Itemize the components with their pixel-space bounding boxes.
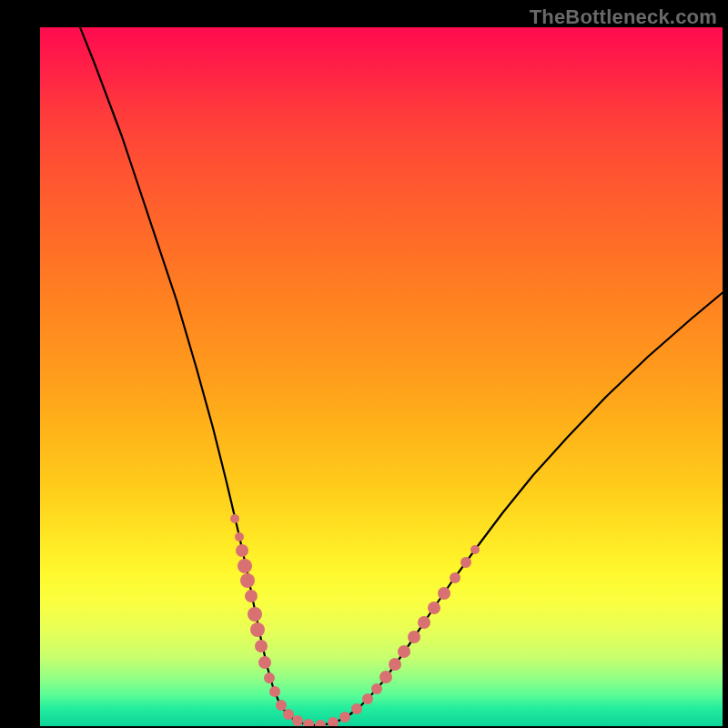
data-point — [240, 573, 255, 588]
data-point — [470, 545, 480, 554]
data-point — [283, 709, 294, 720]
data-point — [408, 631, 420, 643]
data-points — [230, 514, 480, 726]
data-point — [292, 715, 303, 726]
data-point — [418, 616, 430, 629]
data-point — [328, 717, 339, 726]
data-point — [460, 557, 471, 568]
data-point — [255, 640, 268, 652]
data-point — [398, 645, 410, 658]
data-point — [428, 602, 440, 614]
data-point — [238, 559, 252, 573]
data-point — [450, 572, 460, 583]
data-point — [250, 622, 265, 637]
data-point — [248, 607, 262, 622]
data-point — [230, 514, 239, 523]
data-point — [236, 544, 248, 557]
watermark-text: TheBottleneck.com — [530, 5, 717, 29]
data-point — [389, 658, 401, 671]
gradient-plot-area — [40, 27, 723, 726]
data-point — [269, 686, 280, 697]
data-point — [362, 693, 373, 704]
chart-root: TheBottleneck.com — [0, 0, 728, 728]
bottleneck-curve — [40, 27, 723, 726]
data-point — [258, 656, 271, 669]
data-point — [235, 532, 244, 541]
data-point — [276, 700, 287, 711]
data-point — [264, 672, 275, 683]
data-point — [379, 671, 392, 683]
data-point — [339, 712, 350, 723]
data-point — [245, 590, 258, 602]
data-point — [371, 683, 382, 694]
data-point — [351, 703, 362, 714]
data-point — [315, 720, 326, 726]
data-point — [438, 587, 450, 600]
curve-path — [73, 27, 723, 725]
data-point — [303, 719, 314, 726]
